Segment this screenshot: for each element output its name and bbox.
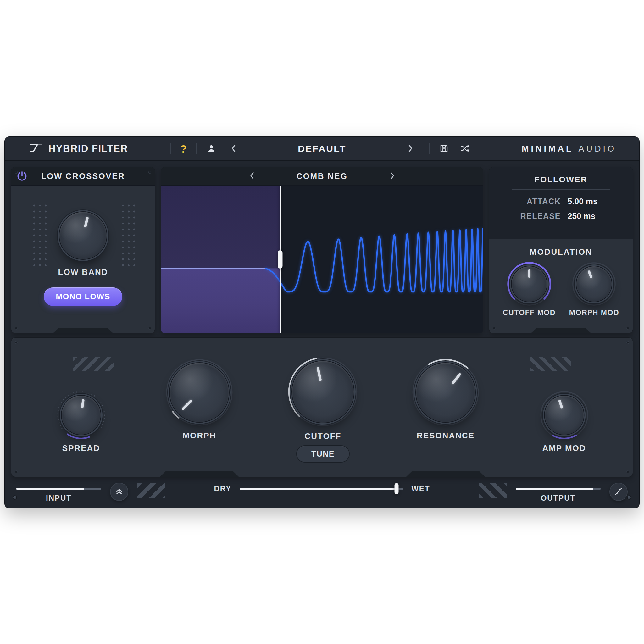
cutoff-label: CUTOFF — [305, 431, 341, 441]
screw-icon — [15, 327, 18, 330]
divider — [196, 143, 197, 154]
divider — [429, 143, 430, 154]
hazard-stripes — [73, 357, 114, 371]
spread-label: SPREAD — [62, 443, 100, 453]
follower-settings: FOLLOWER ATTACK 5.00 ms RELEASE 250 ms — [489, 167, 633, 239]
input-gain-fill — [16, 488, 84, 490]
minimal-audio-logo-icon — [30, 143, 43, 154]
hybrid-filter-window: HYBRID FILTER ? — [4, 136, 640, 508]
crossover-divider[interactable] — [280, 186, 281, 333]
shuffle-icon — [460, 143, 470, 154]
low-band-label: LOW BAND — [58, 267, 108, 277]
filter-curve — [161, 186, 483, 333]
divider — [480, 143, 480, 154]
screw-icon — [13, 495, 17, 500]
dry-wet-slider[interactable] — [240, 488, 403, 490]
screw-icon — [15, 341, 18, 344]
morph-knob[interactable] — [170, 363, 229, 422]
divider — [512, 189, 610, 190]
screw-icon — [493, 327, 496, 330]
input-gain-slider[interactable] — [16, 488, 101, 490]
chevron-left-icon — [231, 144, 236, 154]
person-icon — [206, 143, 216, 154]
attack-value[interactable]: 5.00 ms — [568, 197, 605, 206]
chevron-right-icon — [408, 144, 413, 154]
cutoff-knob[interactable] — [292, 361, 354, 423]
filter-controls-panel: SPREAD MORPH CUTOFF TUNE — [11, 337, 633, 477]
input-label: INPUT — [46, 494, 72, 502]
soft-clip-button[interactable] — [609, 483, 628, 501]
morph-mod-knob[interactable] — [576, 266, 612, 302]
tune-button[interactable]: TUNE — [296, 445, 350, 463]
divider — [226, 143, 226, 154]
low-crossover-title: LOW CROSSOVER — [41, 171, 125, 181]
preset-prev-button[interactable] — [229, 142, 238, 156]
output-label: OUTPUT — [541, 494, 576, 502]
screw-icon — [15, 470, 18, 473]
power-icon — [16, 170, 28, 182]
plugin-title: HYBRID FILTER — [48, 143, 128, 154]
floppy-disk-icon — [439, 143, 449, 154]
account-button[interactable] — [205, 142, 218, 156]
chevron-left-icon — [250, 172, 254, 181]
release-label: RELEASE — [517, 212, 561, 221]
output-gain-fill — [516, 488, 593, 490]
crossover-handle[interactable] — [278, 250, 282, 269]
help-button[interactable]: ? — [179, 142, 188, 155]
hazard-stripes — [530, 357, 571, 371]
panel-notch — [53, 328, 113, 333]
low-crossover-body: LOW BAND MONO LOWS — [11, 186, 155, 306]
screw-icon — [15, 171, 18, 174]
low-band-knob[interactable] — [59, 212, 107, 259]
follower-title: FOLLOWER — [489, 167, 633, 185]
brand-secondary: AUDIO — [578, 144, 616, 154]
filter-display-panel: COMB NEG — [161, 167, 483, 333]
resonance-knob[interactable] — [416, 363, 475, 422]
divider — [170, 143, 171, 154]
preset-selector: DEFAULT — [229, 137, 415, 160]
screw-icon — [148, 327, 151, 330]
screw-icon — [626, 341, 629, 344]
dry-wet-fill — [240, 488, 397, 490]
filter-type-prev-button[interactable] — [248, 170, 256, 183]
dry-label: DRY — [214, 484, 231, 493]
release-value[interactable]: 250 ms — [568, 211, 605, 221]
footer: INPUT DRY WET OUTPUT — [5, 477, 639, 502]
hazard-stripes — [137, 483, 165, 498]
filter-display[interactable] — [161, 186, 483, 333]
save-preset-button[interactable] — [438, 142, 450, 156]
mono-lows-button[interactable]: MONO LOWS — [44, 287, 122, 306]
amp-mod-knob[interactable] — [545, 396, 584, 435]
modulation-title: MODULATION — [489, 247, 633, 257]
wet-label: WET — [411, 484, 430, 493]
screw-icon — [627, 495, 631, 500]
advanced-toggle-button[interactable] — [110, 483, 128, 501]
randomize-button[interactable] — [458, 142, 472, 156]
filter-type-name[interactable]: COMB NEG — [297, 171, 348, 181]
hazard-stripes — [479, 483, 507, 498]
brand-primary: MINIMAL — [522, 144, 573, 154]
screw-icon — [148, 171, 151, 174]
main-row: LOW CROSSOVER LOW BAND MONO LOWS — [5, 161, 639, 333]
filter-type-next-button[interactable] — [388, 170, 397, 183]
attack-label: ATTACK — [517, 197, 561, 206]
dry-wet-handle[interactable] — [395, 483, 399, 494]
screw-icon — [626, 327, 629, 330]
output-gain-slider[interactable] — [516, 488, 601, 490]
low-crossover-power-toggle[interactable] — [16, 170, 28, 182]
vent-dots — [30, 201, 47, 270]
resonance-label: RESONANCE — [417, 431, 475, 441]
panel-notch — [406, 471, 485, 477]
cutoff-mod-knob[interactable] — [512, 266, 547, 302]
brand: MINIMAL AUDIO — [522, 144, 616, 154]
amp-mod-label: AMP MOD — [542, 443, 586, 453]
spread-knob[interactable] — [62, 396, 101, 435]
morph-label: MORPH — [183, 431, 216, 441]
preset-name[interactable]: DEFAULT — [298, 143, 346, 154]
titlebar: HYBRID FILTER ? — [5, 137, 639, 161]
preset-next-button[interactable] — [406, 142, 415, 156]
low-crossover-panel: LOW CROSSOVER LOW BAND MONO LOWS — [11, 167, 155, 333]
panel-notch — [160, 471, 239, 477]
screw-icon — [626, 470, 629, 473]
follower-panel: FOLLOWER ATTACK 5.00 ms RELEASE 250 ms M… — [489, 167, 633, 333]
